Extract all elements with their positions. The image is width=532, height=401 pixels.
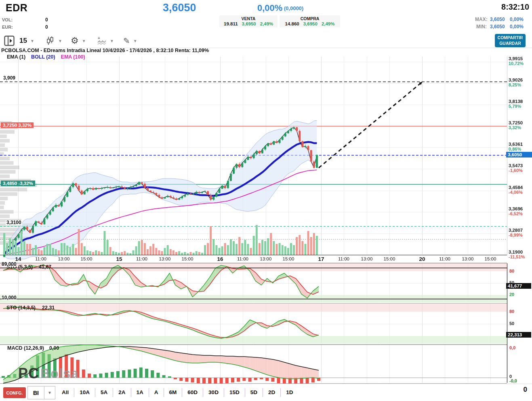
eur-value: 0 bbox=[45, 24, 48, 30]
chart-type-selector[interactable]: ▼ bbox=[45, 35, 62, 47]
chevron-down-icon: ▼ bbox=[110, 39, 114, 43]
add-indicator-icon: + bbox=[97, 36, 107, 46]
sto2-axis-tick: 80 bbox=[509, 309, 514, 314]
x-axis-tick: 17 bbox=[312, 256, 330, 262]
chart-title: PCBOLSA.COM - EDreams Intradia Lineal 10… bbox=[1, 48, 209, 53]
chevron-down-icon[interactable]: ▼ bbox=[44, 386, 55, 399]
config-button[interactable]: CONFG. bbox=[3, 387, 26, 398]
y-axis-pct: 10,72% bbox=[509, 61, 524, 66]
save-label: GUARDAR bbox=[499, 41, 521, 46]
range-button-5a[interactable]: 5A bbox=[95, 388, 113, 397]
watermark-pc: PC bbox=[18, 366, 39, 381]
interval-selector[interactable]: 15 ▼ bbox=[19, 35, 34, 47]
sto1-upper-threshold: 89,000 bbox=[2, 262, 17, 267]
y-axis-pct: -8,99% bbox=[509, 233, 523, 238]
range-button-15d[interactable]: 15D bbox=[224, 388, 245, 397]
y-axis-price: 3,3696 bbox=[509, 206, 523, 211]
last-price: 3,6050 bbox=[163, 2, 196, 14]
legend-item[interactable]: BOLL (20) bbox=[31, 54, 55, 60]
legend-item[interactable]: EMA (1) bbox=[7, 54, 25, 60]
panel-toggle-button[interactable] bbox=[4, 35, 15, 47]
mode-dropdown[interactable]: BI ▼ bbox=[27, 386, 55, 399]
x-axis-tick: 15:00 bbox=[78, 256, 95, 261]
range-button-5d[interactable]: 5D bbox=[245, 388, 263, 397]
range-buttons: All10A5A2A1AA6M60D30D15D5D2D1D bbox=[57, 386, 298, 399]
sto2-axis-tick: 50 bbox=[509, 321, 514, 326]
settings-selector[interactable]: ⚙ ▼ bbox=[71, 35, 86, 47]
x-axis-tick: 13:00 bbox=[358, 256, 376, 261]
range-button-60d[interactable]: 60D bbox=[182, 388, 203, 397]
eur-label: EUR: bbox=[2, 25, 13, 29]
y-axis-price: 3,2807 bbox=[509, 228, 523, 233]
min-label: MIN: bbox=[476, 24, 487, 29]
y-axis-pct: 3,32% bbox=[509, 126, 521, 130]
compra-qty: 14.860 bbox=[285, 21, 299, 26]
current-price-tag: 3,6050 bbox=[506, 152, 532, 157]
range-button-6m[interactable]: 6M bbox=[164, 388, 183, 397]
draw-tool-selector[interactable]: ✎ ▼ bbox=[123, 35, 137, 47]
y-axis-pct: 5,79% bbox=[509, 104, 521, 109]
change-absolute: (0,0000) bbox=[284, 5, 303, 11]
max-pct: 0,00% bbox=[510, 17, 524, 22]
range-button-2d[interactable]: 2D bbox=[263, 388, 281, 397]
x-axis-tick: 13:00 bbox=[55, 256, 73, 261]
y-axis-pct: -1,60% bbox=[509, 168, 523, 173]
venta-pct: 2,49% bbox=[260, 21, 273, 26]
add-indicator-selector[interactable]: + ▼ bbox=[97, 35, 114, 47]
y-axis-pct: 8,25% bbox=[509, 83, 521, 88]
range-button-a[interactable]: A bbox=[149, 388, 164, 397]
x-axis-tick: 11:00 bbox=[436, 256, 454, 261]
y-axis-price: 3,5473 bbox=[509, 163, 523, 168]
vol-label: VOL: bbox=[2, 17, 13, 22]
bottom-toolbar: CONFG. BI ▼ All10A5A2A1AA6M60D30D15D5D2D… bbox=[0, 384, 532, 401]
sto1-axis-tick: 20 bbox=[509, 292, 514, 297]
x-axis-tick: 15:00 bbox=[179, 256, 196, 261]
support-line-tag: 3,4850 -3,32% bbox=[1, 181, 35, 186]
max-label: MAX: bbox=[475, 17, 488, 22]
trading-app: { "header": { "symbol": "EDR", "price": … bbox=[0, 0, 532, 401]
resistance-line-tag: 3,7250 3,32% bbox=[1, 122, 34, 128]
svg-text:+: + bbox=[98, 36, 100, 40]
y-axis-price: 3,6361 bbox=[509, 142, 523, 147]
y-axis-pct: -6,52% bbox=[509, 212, 523, 216]
y-axis-price: 3,1900 bbox=[509, 250, 523, 254]
chevron-down-icon: ▼ bbox=[58, 39, 62, 43]
range-button-1d[interactable]: 1D bbox=[281, 388, 298, 397]
x-axis-tick: 11:00 bbox=[234, 256, 252, 261]
legend-item[interactable]: EMA (100) bbox=[61, 54, 85, 60]
range-button-1a[interactable]: 1A bbox=[131, 388, 149, 397]
y-axis-price: 3,4584 bbox=[509, 185, 523, 190]
x-axis-tick: 14 bbox=[9, 256, 27, 262]
chart-canvas[interactable] bbox=[0, 0, 532, 401]
max-price: 3,6050 bbox=[490, 17, 505, 22]
compra-label: COMPRA bbox=[282, 16, 338, 21]
range-button-10a[interactable]: 10A bbox=[74, 388, 95, 397]
share-save-button[interactable]: COMPARTIRGUARDAR bbox=[495, 34, 526, 47]
venta-price: 3,6950 bbox=[242, 21, 256, 26]
x-axis-tick: 11:00 bbox=[32, 256, 50, 261]
range-button-2a[interactable]: 2A bbox=[113, 388, 131, 397]
sto2-label: STO (14,3,5) bbox=[6, 305, 36, 311]
compra-box: COMPRA 14.8603,69502,49% bbox=[280, 15, 340, 27]
range-button-all[interactable]: All bbox=[57, 388, 74, 397]
price-level-label: 3,909 bbox=[2, 76, 16, 81]
mode-value[interactable]: BI bbox=[28, 386, 44, 399]
macd-label: MACD (12,26,9) bbox=[7, 346, 44, 351]
sto2-value-tag: 22,313 bbox=[506, 332, 531, 338]
counter: 0 bbox=[503, 386, 527, 394]
sto1-lower-threshold: 10,000 bbox=[2, 295, 17, 300]
share-label: COMPARTIR bbox=[498, 35, 523, 40]
y-axis-price: 3,7250 bbox=[509, 120, 523, 125]
min-pct: 0,00% bbox=[510, 24, 524, 29]
macd-axis-bottom: -0,0 bbox=[509, 379, 517, 384]
min-price: 3,6050 bbox=[490, 24, 505, 29]
chevron-down-icon: ▼ bbox=[133, 39, 137, 43]
y-axis-pct: 0,86% bbox=[509, 147, 521, 152]
range-button-30d[interactable]: 30D bbox=[203, 388, 224, 397]
x-axis-tick: 11:00 bbox=[335, 256, 353, 261]
venta-box: VENTA 19.8113,69502,49% bbox=[219, 15, 278, 27]
sto1-axis-tick: 80 bbox=[509, 269, 514, 274]
symbol: EDR bbox=[6, 2, 27, 14]
x-axis-tick: 15 bbox=[110, 256, 128, 262]
clock: 8:32:10 bbox=[495, 2, 529, 12]
